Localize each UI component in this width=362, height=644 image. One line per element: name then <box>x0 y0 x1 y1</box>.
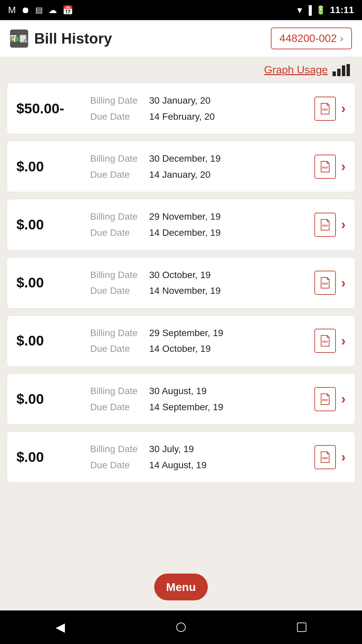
due-date-value: 14 November, 19 <box>149 283 221 299</box>
account-chevron-icon: › <box>340 33 343 44</box>
status-left-icons: M ⏺ ▤ ☁ 📅 <box>8 5 73 15</box>
svg-text:PDF: PDF <box>322 340 328 343</box>
pdf-icon[interactable]: PDF <box>314 271 336 295</box>
bill-card[interactable]: $.00 Billing Date 30 July, 19 Due Date 1… <box>7 431 355 483</box>
recents-icon <box>297 623 306 632</box>
billing-date-value: 30 August, 19 <box>149 383 206 399</box>
pdf-icon[interactable]: PDF <box>314 155 336 179</box>
due-date-row: Due Date 14 December, 19 <box>90 225 314 241</box>
bill-amount: $.00 <box>16 449 83 465</box>
due-date-label: Due Date <box>90 283 144 299</box>
billing-date-row: Billing Date 30 July, 19 <box>90 441 314 457</box>
bill-card[interactable]: $.00 Billing Date 30 October, 19 Due Dat… <box>7 257 355 309</box>
due-date-row: Due Date 14 October, 19 <box>90 341 314 357</box>
bill-card[interactable]: $.00 Billing Date 30 December, 19 Due Da… <box>7 141 355 192</box>
sim-icon: ▤ <box>35 5 43 15</box>
svg-text:PDF: PDF <box>322 108 328 111</box>
svg-text:PDF: PDF <box>322 166 328 169</box>
due-date-row: Due Date 14 September, 19 <box>90 399 314 415</box>
svg-text:PDF: PDF <box>322 224 328 227</box>
billing-date-label: Billing Date <box>90 93 144 109</box>
due-date-row: Due Date 14 November, 19 <box>90 283 314 299</box>
bill-history-icon: 💵 $ <box>10 30 28 48</box>
bill-card[interactable]: $.00 Billing Date 29 September, 19 Due D… <box>7 315 355 367</box>
header-left: 💵 $ Bill History <box>10 30 112 48</box>
bill-chevron-icon: › <box>341 217 346 232</box>
account-number-button[interactable]: 448200-002 › <box>271 28 352 49</box>
due-date-label: Due Date <box>90 341 144 357</box>
pdf-icon[interactable]: PDF <box>314 213 336 237</box>
billing-date-row: Billing Date 30 August, 19 <box>90 383 314 399</box>
pdf-icon[interactable]: PDF <box>314 97 336 121</box>
due-date-label: Due Date <box>90 109 144 125</box>
pdf-icon[interactable]: PDF <box>314 445 336 469</box>
pdf-icon[interactable]: PDF <box>314 329 336 353</box>
due-date-value: 14 August, 19 <box>149 457 206 473</box>
navigation-bar: ◀ <box>0 610 362 644</box>
due-date-value: 14 February, 20 <box>149 109 215 125</box>
status-right-icons: ▾ ▐ 🔋 11:11 <box>297 5 354 15</box>
bill-dates: Billing Date 30 January, 20 Due Date 14 … <box>83 93 314 124</box>
bill-chevron-icon: › <box>341 101 346 116</box>
bill-chevron-icon: › <box>341 333 346 348</box>
graph-usage-link[interactable]: Graph Usage <box>264 64 328 76</box>
page-title: Bill History <box>34 30 112 47</box>
bar-3 <box>342 65 345 76</box>
wifi-icon: ▾ <box>297 5 302 15</box>
bill-actions: PDF › <box>314 387 346 411</box>
bill-amount: $50.00- <box>16 101 83 117</box>
home-button[interactable] <box>168 614 194 641</box>
bill-chevron-icon: › <box>341 159 346 174</box>
graph-usage-bar: Graph Usage <box>0 57 362 79</box>
due-date-label: Due Date <box>90 167 144 183</box>
radio-icon: ⏺ <box>21 5 30 15</box>
menu-button[interactable]: Menu <box>154 574 208 600</box>
billing-date-value: 30 December, 19 <box>149 151 221 167</box>
due-date-value: 14 October, 19 <box>149 341 211 357</box>
recents-button[interactable] <box>288 614 315 641</box>
due-date-row: Due Date 14 February, 20 <box>90 109 314 125</box>
bill-actions: PDF › <box>314 329 346 353</box>
bill-dates: Billing Date 29 September, 19 Due Date 1… <box>83 325 314 357</box>
svg-text:PDF: PDF <box>322 282 328 285</box>
billing-date-label: Billing Date <box>90 383 144 399</box>
billing-date-row: Billing Date 29 November, 19 <box>90 209 314 225</box>
bill-amount: $.00 <box>16 333 83 349</box>
bar-1 <box>333 71 336 76</box>
bill-actions: PDF › <box>314 271 346 295</box>
bill-dates: Billing Date 30 July, 19 Due Date 14 Aug… <box>83 441 314 473</box>
bar-chart-icon <box>333 64 350 76</box>
billing-date-label: Billing Date <box>90 209 144 225</box>
bill-list: $50.00- Billing Date 30 January, 20 Due … <box>0 79 362 567</box>
bill-card[interactable]: $50.00- Billing Date 30 January, 20 Due … <box>7 83 355 134</box>
battery-icon: 🔋 <box>316 5 326 15</box>
billing-date-label: Billing Date <box>90 441 144 457</box>
bill-dates: Billing Date 29 November, 19 Due Date 14… <box>83 209 314 240</box>
bill-card[interactable]: $.00 Billing Date 29 November, 19 Due Da… <box>7 199 355 250</box>
bill-dates: Billing Date 30 August, 19 Due Date 14 S… <box>83 383 314 415</box>
app-header: 💵 $ Bill History 448200-002 › <box>0 20 362 57</box>
billing-date-label: Billing Date <box>90 151 144 167</box>
menu-area: Menu <box>0 567 362 610</box>
back-button[interactable]: ◀ <box>47 614 74 641</box>
billing-date-value: 30 January, 20 <box>149 93 210 109</box>
bill-dates: Billing Date 30 December, 19 Due Date 14… <box>83 151 314 182</box>
status-time: 11:11 <box>330 5 354 15</box>
billing-date-value: 29 September, 19 <box>149 325 223 341</box>
calendar-icon: 📅 <box>62 5 73 15</box>
due-date-row: Due Date 14 August, 19 <box>90 457 314 473</box>
pdf-icon[interactable]: PDF <box>314 387 336 411</box>
billing-date-label: Billing Date <box>90 267 144 283</box>
bill-amount: $.00 <box>16 275 83 291</box>
due-date-label: Due Date <box>90 457 144 473</box>
billing-date-label: Billing Date <box>90 325 144 341</box>
bill-amount: $.00 <box>16 217 83 233</box>
svg-text:PDF: PDF <box>322 398 328 402</box>
bill-chevron-icon: › <box>341 275 346 290</box>
billing-date-value: 30 October, 19 <box>149 267 211 283</box>
bill-actions: PDF › <box>314 97 346 121</box>
bill-card[interactable]: $.00 Billing Date 30 August, 19 Due Date… <box>7 373 355 425</box>
svg-text:$: $ <box>25 39 26 43</box>
signal-icon: ▐ <box>306 5 312 15</box>
due-date-value: 14 January, 20 <box>149 167 210 183</box>
